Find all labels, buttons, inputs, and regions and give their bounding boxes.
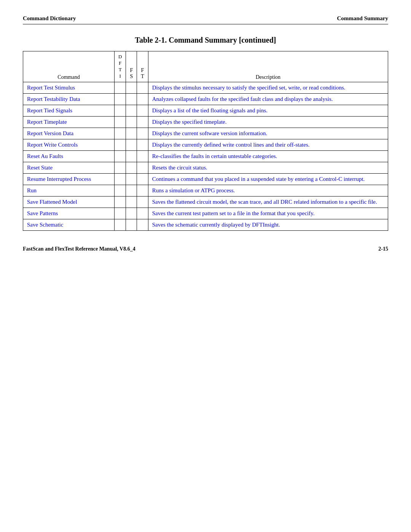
- fs-cell: [126, 196, 137, 208]
- command-cell[interactable]: Reset Au Faults: [23, 150, 115, 162]
- fs-cell: [126, 128, 137, 139]
- fs-cell: [126, 219, 137, 230]
- col-header-command: Command: [23, 51, 115, 82]
- command-cell[interactable]: Report Tied Signals: [23, 105, 115, 116]
- dftis-cell: [115, 93, 126, 105]
- footer-right: 2-15: [378, 246, 388, 252]
- command-cell[interactable]: Report Testability Data: [23, 93, 115, 105]
- fs-cell: [126, 139, 137, 150]
- table-row: Save SchematicSaves the schematic curren…: [23, 219, 388, 230]
- description-cell: Displays the current software version in…: [148, 128, 388, 139]
- fs-cell: [126, 173, 137, 185]
- fs-cell: [126, 82, 137, 93]
- ft-cell: [137, 128, 148, 139]
- command-cell[interactable]: Save Schematic: [23, 219, 115, 230]
- page-footer: FastScan and FlexTest Reference Manual, …: [23, 246, 388, 252]
- table-row: Report Testability DataAnalyzes collapse…: [23, 93, 388, 105]
- dftis-cell: [115, 185, 126, 196]
- dftis-cell: [115, 105, 126, 116]
- col-header-ft: FT: [137, 51, 148, 82]
- description-cell: Continues a command that you placed in a…: [148, 173, 388, 185]
- dftis-cell: [115, 219, 126, 230]
- col-header-description: Description: [148, 51, 388, 82]
- ft-cell: [137, 150, 148, 162]
- command-cell[interactable]: Save Patterns: [23, 208, 115, 219]
- description-cell: Displays a list of the tied floating sig…: [148, 105, 388, 116]
- header-right: Command Summary: [337, 15, 388, 22]
- fs-cell: [126, 150, 137, 162]
- command-cell[interactable]: Report Version Data: [23, 128, 115, 139]
- command-cell[interactable]: Report Test Stimulus: [23, 82, 115, 93]
- command-cell[interactable]: Reset State: [23, 162, 115, 173]
- dftis-cell: [115, 196, 126, 208]
- fs-cell: [126, 208, 137, 219]
- ft-cell: [137, 219, 148, 230]
- page-header: Command Dictionary Command Summary: [23, 15, 388, 24]
- dftis-cell: [115, 128, 126, 139]
- fs-cell: [126, 162, 137, 173]
- col-header-dftis: DFTI: [115, 51, 126, 82]
- ft-cell: [137, 162, 148, 173]
- ft-cell: [137, 173, 148, 185]
- command-cell[interactable]: Resume Interrupted Process: [23, 173, 115, 185]
- table-row: Reset StateResets the circuit status.: [23, 162, 388, 173]
- description-cell: Displays the stimulus necessary to satis…: [148, 82, 388, 93]
- dftis-cell: [115, 208, 126, 219]
- ft-cell: [137, 185, 148, 196]
- table-row: RunRuns a simulation or ATPG process.: [23, 185, 388, 196]
- fs-cell: [126, 116, 137, 128]
- description-cell: Resets the circuit status.: [148, 162, 388, 173]
- dftis-cell: [115, 162, 126, 173]
- ft-cell: [137, 196, 148, 208]
- table-title: Table 2-1. Command Summary [continued]: [23, 36, 388, 45]
- command-cell[interactable]: Report Write Controls: [23, 139, 115, 150]
- ft-cell: [137, 139, 148, 150]
- command-cell[interactable]: Run: [23, 185, 115, 196]
- ft-cell: [137, 105, 148, 116]
- table-row: Report TimeplateDisplays the specified t…: [23, 116, 388, 128]
- description-cell: Displays the specified timeplate.: [148, 116, 388, 128]
- ft-cell: [137, 93, 148, 105]
- dftis-cell: [115, 173, 126, 185]
- table-row: Resume Interrupted ProcessContinues a co…: [23, 173, 388, 185]
- dftis-cell: [115, 139, 126, 150]
- table-row: Save PatternsSaves the current test patt…: [23, 208, 388, 219]
- col-header-fs: FS: [126, 51, 137, 82]
- ft-cell: [137, 116, 148, 128]
- description-cell: Saves the flattened circuit model, the s…: [148, 196, 388, 208]
- footer-left: FastScan and FlexTest Reference Manual, …: [23, 246, 135, 252]
- table-header-row: Command DFTI FS FT Description: [23, 51, 388, 82]
- fs-cell: [126, 105, 137, 116]
- command-cell[interactable]: Report Timeplate: [23, 116, 115, 128]
- description-cell: Saves the current test pattern set to a …: [148, 208, 388, 219]
- header-left: Command Dictionary: [23, 15, 76, 22]
- description-cell: Re-classifies the faults in certain unte…: [148, 150, 388, 162]
- description-cell: Analyzes collapsed faults for the specif…: [148, 93, 388, 105]
- description-cell: Displays the currently defined write con…: [148, 139, 388, 150]
- command-cell[interactable]: Save Flattened Model: [23, 196, 115, 208]
- description-cell: Saves the schematic currently displayed …: [148, 219, 388, 230]
- dftis-cell: [115, 82, 126, 93]
- ft-cell: [137, 82, 148, 93]
- table-row: Report Test StimulusDisplays the stimulu…: [23, 82, 388, 93]
- description-cell: Runs a simulation or ATPG process.: [148, 185, 388, 196]
- table-row: Report Version DataDisplays the current …: [23, 128, 388, 139]
- table-row: Report Write ControlsDisplays the curren…: [23, 139, 388, 150]
- fs-cell: [126, 185, 137, 196]
- command-summary-table: Command DFTI FS FT Description Report Te…: [23, 51, 388, 231]
- dftis-cell: [115, 116, 126, 128]
- dftis-cell: [115, 150, 126, 162]
- ft-cell: [137, 208, 148, 219]
- table-row: Report Tied SignalsDisplays a list of th…: [23, 105, 388, 116]
- fs-cell: [126, 93, 137, 105]
- table-row: Reset Au FaultsRe-classifies the faults …: [23, 150, 388, 162]
- table-row: Save Flattened ModelSaves the flattened …: [23, 196, 388, 208]
